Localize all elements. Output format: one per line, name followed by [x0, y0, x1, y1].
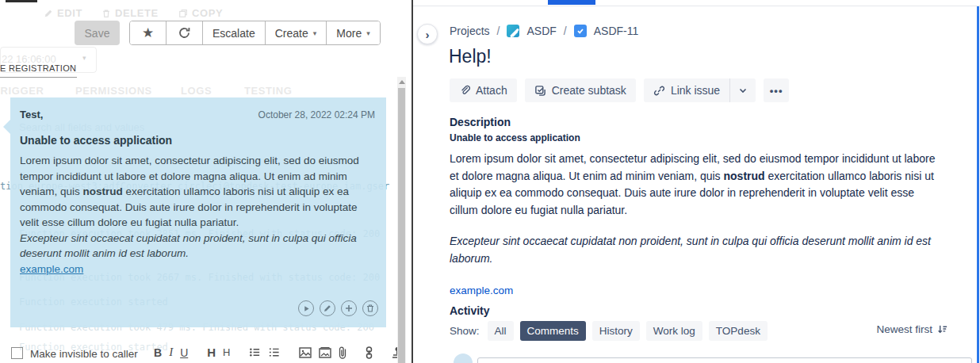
chevron-right-icon: ›	[426, 28, 430, 41]
toolbar-button-group: ★ Escalate Create ▾ More ▾	[129, 21, 381, 45]
right-top-hairline	[413, 6, 980, 6]
sort-label: Newest first	[876, 323, 932, 335]
chevron-down-icon	[738, 86, 748, 95]
sort-descending-icon	[936, 323, 948, 335]
sort-control: Newest first	[876, 323, 948, 335]
paperclip-icon	[459, 85, 470, 96]
comment-input[interactable]	[477, 357, 972, 363]
breadcrumb-projects[interactable]: Projects	[450, 25, 490, 37]
faded-copy-label: COPY	[192, 7, 223, 19]
attach-label: Attach	[476, 84, 507, 97]
link-issue-button[interactable]: Link issue	[644, 78, 729, 102]
breadcrumb-separator: /	[564, 25, 567, 37]
chain-link-icon	[653, 85, 665, 97]
link-issue-dropdown-button[interactable]	[730, 78, 756, 102]
ellipsis-icon: •••	[770, 85, 783, 97]
framed-image-icon	[319, 347, 331, 358]
filter-history[interactable]: History	[592, 321, 640, 341]
copy-icon	[178, 9, 188, 18]
add-comment-button[interactable]	[341, 300, 357, 316]
refresh-button[interactable]	[167, 21, 203, 44]
pencil-icon	[323, 304, 331, 312]
save-button[interactable]: Save	[75, 21, 120, 45]
italic-button[interactable]: I	[169, 346, 173, 359]
issue-title[interactable]: Help!	[449, 46, 492, 67]
filter-comments[interactable]: Comments	[520, 321, 586, 341]
ghost-tab-permissions: PERMISSIONS	[75, 85, 152, 97]
paperclip-icon	[339, 346, 346, 359]
more-actions-button[interactable]: •••	[764, 78, 789, 102]
comment-body: Lorem ipsum dolor sit amet, consectetur …	[20, 153, 377, 277]
ghost-tab-logs: LOGS	[181, 85, 212, 97]
link-issue-label: Link issue	[671, 84, 720, 97]
filter-all[interactable]: All	[488, 321, 514, 341]
jira-panel: › Projects / ASDF / ASDF-11 Help! Attach…	[413, 0, 980, 363]
bullet-list-button[interactable]	[249, 346, 261, 358]
description-link[interactable]: example.com	[450, 285, 513, 296]
breadcrumb-issue-key[interactable]: ASDF-11	[594, 25, 639, 37]
topdesk-panel: EDIT DELETE COPY Save ★ Escalate Create …	[0, 0, 412, 363]
faded-copy-action: COPY	[178, 7, 223, 19]
description-italic-paragraph: Excepteur sint occaecat cupidatat non pr…	[450, 233, 944, 267]
description-subject: Unable to access application	[450, 132, 580, 143]
comment-italic-paragraph: Excepteur sint occaecat cupidatat non pr…	[20, 231, 377, 262]
comment-card: Test, October 28, 2022 02:24 PM Unable t…	[10, 97, 386, 327]
insert-link-button[interactable]	[366, 346, 373, 359]
attach-button[interactable]: Attach	[450, 78, 517, 102]
heading2-button[interactable]: H	[223, 346, 230, 358]
comment-timestamp: October 28, 2022 02:24 PM	[258, 109, 375, 120]
faded-delete-label: DELETE	[115, 7, 159, 19]
newest-first-button[interactable]: Newest first	[876, 323, 948, 335]
edit-comment-button[interactable]	[320, 300, 335, 316]
image-icon	[299, 347, 312, 358]
user-avatar	[454, 353, 473, 363]
breadcrumb-separator: /	[497, 25, 500, 37]
formatting-toolbar: B I U H H	[154, 346, 412, 359]
subtask-icon	[534, 85, 546, 97]
more-dropdown-button[interactable]: More ▾	[327, 21, 379, 44]
filter-worklog[interactable]: Work log	[646, 321, 702, 341]
numbered-list-button[interactable]	[268, 346, 280, 358]
breadcrumb: Projects / ASDF / ASDF-11	[450, 25, 638, 37]
scrollbar-up-arrow[interactable]	[399, 80, 405, 84]
caret-down-icon: ▾	[313, 29, 317, 37]
link-icon	[366, 346, 373, 359]
description-heading: Description	[450, 116, 511, 128]
panel-divider[interactable]	[412, 0, 413, 363]
ghost-log-line: Function execution started	[19, 342, 168, 353]
comment-link[interactable]: example.com	[20, 263, 83, 275]
underline-button[interactable]: U	[180, 346, 188, 359]
activity-filter-bar: Show: All Comments History Work log TOPd…	[450, 321, 768, 341]
insert-image-button[interactable]	[299, 347, 312, 358]
comment-body-bold: nostrud	[83, 185, 123, 197]
comment-action-buttons	[298, 300, 378, 316]
registration-tab-underline	[0, 77, 77, 78]
right-edge-scrollbar[interactable]	[977, 6, 979, 363]
caret-down-icon: ▾	[82, 54, 86, 62]
right-top-scroll-indicator[interactable]	[548, 0, 595, 5]
heading1-button[interactable]: H	[207, 346, 216, 359]
delete-comment-button[interactable]	[362, 300, 378, 316]
numbered-list-icon	[268, 346, 280, 358]
filter-topdesk[interactable]: TOPdesk	[709, 321, 768, 341]
expand-panel-button[interactable]: ›	[417, 24, 438, 44]
breadcrumb-project[interactable]: ASDF	[526, 25, 556, 37]
faded-edit-label: EDIT	[57, 7, 82, 19]
comment-greeting: Test,	[20, 109, 43, 120]
insert-video-button[interactable]	[319, 347, 331, 358]
favorite-star-button[interactable]: ★	[130, 21, 167, 44]
create-subtask-button[interactable]: Create subtask	[525, 78, 636, 102]
create-dropdown-button[interactable]: Create ▾	[266, 21, 327, 44]
scrollbar-thumb[interactable]	[398, 88, 405, 363]
forward-comment-button[interactable]	[298, 300, 314, 316]
escalate-button[interactable]: Escalate	[203, 21, 266, 44]
registration-tab[interactable]: E REGISTRATION	[0, 63, 76, 73]
attach-file-button[interactable]	[339, 346, 346, 359]
plus-icon	[345, 304, 353, 312]
left-scrollbar[interactable]	[397, 77, 406, 363]
description-body[interactable]: Lorem ipsum dolor sit amet, consectetur …	[450, 151, 944, 300]
link-issue-split-button: Link issue	[644, 78, 756, 102]
ghost-tab-testing: TESTING	[244, 85, 293, 97]
comment-card-tail	[3, 120, 10, 134]
create-label: Create	[275, 27, 308, 40]
